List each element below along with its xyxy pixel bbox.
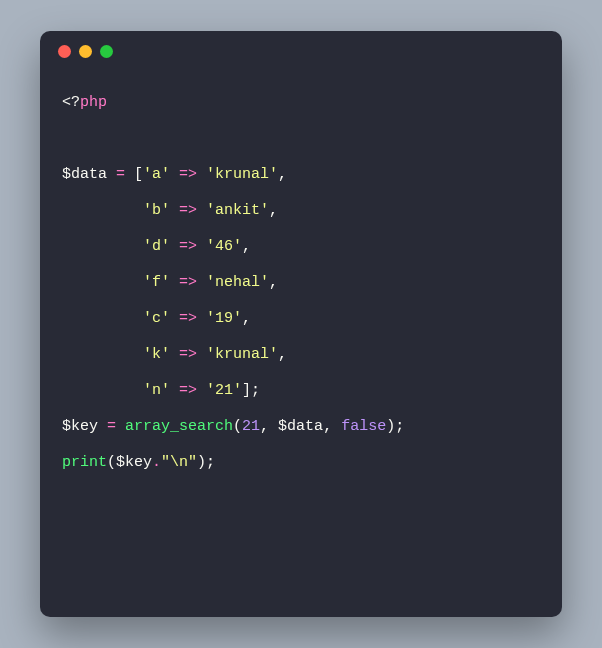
arrow-op: => bbox=[170, 274, 206, 291]
entry-key-1: 'b' bbox=[143, 202, 170, 219]
comma: , bbox=[278, 346, 287, 363]
arrow-op: => bbox=[170, 238, 206, 255]
arrow-op: => bbox=[170, 202, 206, 219]
entry-val-3: 'nehal' bbox=[206, 274, 269, 291]
entry-key-0: 'a' bbox=[143, 166, 170, 183]
close-dot-icon[interactable] bbox=[58, 45, 71, 58]
indent bbox=[62, 238, 143, 255]
code-window: <?php $data = ['a' => 'krunal', 'b' => '… bbox=[40, 31, 562, 617]
arrow-op: => bbox=[170, 346, 206, 363]
assign-op: = bbox=[98, 418, 125, 435]
indent bbox=[62, 346, 143, 363]
entry-val-1: 'ankit' bbox=[206, 202, 269, 219]
arg-sep: , bbox=[260, 418, 278, 435]
arg-21: 21 bbox=[242, 418, 260, 435]
var-key: $key bbox=[62, 418, 98, 435]
comma: , bbox=[242, 238, 251, 255]
entry-key-2: 'd' bbox=[143, 238, 170, 255]
bracket-open: [ bbox=[134, 166, 143, 183]
indent bbox=[62, 382, 143, 399]
lparen: ( bbox=[107, 454, 116, 471]
indent bbox=[62, 202, 143, 219]
arrow-op: => bbox=[170, 382, 206, 399]
entry-val-5: 'krunal' bbox=[206, 346, 278, 363]
arrow-op: => bbox=[170, 310, 206, 327]
php-open-tag-start: <? bbox=[62, 94, 80, 111]
fn-array-search: array_search bbox=[125, 418, 233, 435]
assign-op: = bbox=[107, 166, 134, 183]
bracket-close-semi: ]; bbox=[242, 382, 260, 399]
var-key-2: $key bbox=[116, 454, 152, 471]
entry-val-4: '19' bbox=[206, 310, 242, 327]
entry-key-5: 'k' bbox=[143, 346, 170, 363]
entry-val-2: '46' bbox=[206, 238, 242, 255]
php-open-tag-word: php bbox=[80, 94, 107, 111]
entry-val-6: '21' bbox=[206, 382, 242, 399]
comma: , bbox=[269, 202, 278, 219]
fn-print: print bbox=[62, 454, 107, 471]
entry-val-0: 'krunal' bbox=[206, 166, 278, 183]
window-titlebar bbox=[40, 31, 562, 71]
minimize-dot-icon[interactable] bbox=[79, 45, 92, 58]
comma: , bbox=[242, 310, 251, 327]
rparen-semi-2: ); bbox=[197, 454, 215, 471]
code-area: <?php $data = ['a' => 'krunal', 'b' => '… bbox=[40, 71, 562, 617]
concat-dot: . bbox=[152, 454, 161, 471]
arrow-op: => bbox=[170, 166, 206, 183]
lparen: ( bbox=[233, 418, 242, 435]
entry-key-3: 'f' bbox=[143, 274, 170, 291]
newline-string: "\n" bbox=[161, 454, 197, 471]
indent bbox=[62, 310, 143, 327]
arg-data: $data bbox=[278, 418, 323, 435]
entry-key-6: 'n' bbox=[143, 382, 170, 399]
arg-sep: , bbox=[323, 418, 341, 435]
zoom-dot-icon[interactable] bbox=[100, 45, 113, 58]
comma: , bbox=[278, 166, 287, 183]
arg-false: false bbox=[341, 418, 386, 435]
rparen-semi: ); bbox=[386, 418, 404, 435]
comma: , bbox=[269, 274, 278, 291]
var-data: $data bbox=[62, 166, 107, 183]
entry-key-4: 'c' bbox=[143, 310, 170, 327]
indent bbox=[62, 274, 143, 291]
